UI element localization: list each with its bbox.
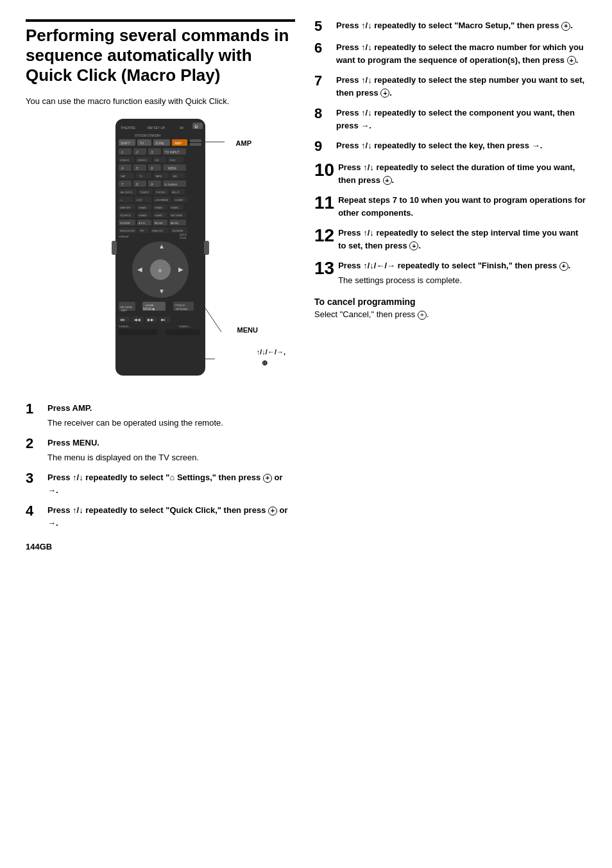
svg-text:HDMI2: HDMI2	[155, 206, 163, 209]
svg-text:NET-WRK: NET-WRK	[171, 214, 183, 217]
step-13-body: The settings process is complete.	[338, 274, 570, 287]
step-12-num: 12	[314, 227, 334, 252]
svg-text:▶: ▶	[178, 266, 183, 273]
cancel-heading: To cancel programming	[314, 297, 586, 307]
svg-text:A.F.D.: A.F.D.	[139, 221, 146, 225]
svg-text:TUNER: TUNER	[140, 191, 149, 194]
menu-label: MENU	[237, 326, 258, 334]
svg-text:.1: .1	[121, 150, 123, 154]
svg-text:MD: MD	[173, 175, 177, 178]
step-4: 4 Press ↑/↓ repeatedly to select "Quick …	[26, 504, 295, 529]
svg-text:-/--: -/--	[120, 198, 124, 202]
svg-text:PHONO: PHONO	[156, 191, 166, 194]
svg-text:MULTI: MULTI	[172, 191, 180, 194]
step-2-num: 2	[26, 437, 44, 464]
svg-text:TAPE: TAPE	[155, 175, 162, 178]
svg-text:.2: .2	[135, 150, 138, 154]
svg-text:HDMI3: HDMI3	[171, 206, 179, 209]
step-12: 12 Press ↑/↓ repeatedly to select the st…	[314, 227, 586, 252]
svg-text:RM SET UP: RM SET UP	[148, 126, 166, 130]
svg-text:QUICK: QUICK	[180, 234, 187, 236]
svg-text:AV: AV	[180, 126, 184, 130]
arrows-label: ↑/↓/←/→,⊕	[257, 347, 285, 368]
step-11-heading: Repeat steps 7 to 10 when you want to pr…	[338, 195, 586, 218]
step-2-heading: Press MENU.	[47, 438, 99, 447]
page-title: Performing several commands in sequence …	[26, 19, 295, 86]
cancel-body: Select "Cancel," then press +.	[314, 309, 586, 320]
step-8-num: 8	[314, 107, 332, 132]
step-7-heading: Press ↑/↓ repeatedly to select the step …	[336, 75, 584, 98]
step-4-heading: Press ↑/↓ repeatedly to select "Quick Cl…	[47, 505, 288, 528]
svg-text:SYSTEM STANDBY: SYSTEM STANDBY	[135, 134, 161, 137]
svg-text:HDMI5: HDMI5	[155, 214, 163, 217]
svg-text:OPTIONS: OPTIONS	[176, 308, 187, 311]
step-6-heading: Press ↑/↓ repeatedly to select the macro…	[336, 42, 584, 65]
svg-text:TUNING +: TUNING +	[178, 325, 191, 328]
svg-text:DVD: DVD	[170, 159, 176, 162]
step-5-heading: Press ↑/↓ repeatedly to select "Macro Se…	[336, 21, 573, 30]
step-10: 10 Press ↑/↓ repeatedly to select the du…	[314, 161, 586, 186]
svg-text:.9: .9	[150, 182, 153, 186]
svg-text:AMP: AMP	[174, 141, 182, 145]
svg-text:D.TUNING: D.TUNING	[165, 183, 177, 186]
svg-text:CLICK: CLICK	[180, 237, 187, 239]
svg-text:EXIT: EXIT	[121, 309, 127, 312]
svg-text:.8: .8	[135, 182, 138, 186]
remote-diagram: THEATRE RM SET UP AV ⏻ SYSTEM STANDBY SH…	[26, 119, 295, 390]
step-1: 1 Press AMP. The receiver can be operate…	[26, 402, 295, 429]
svg-rect-136	[166, 329, 200, 335]
svg-text:⏮: ⏮	[121, 318, 124, 322]
step-1-num: 1	[26, 402, 44, 429]
intro-text: You can use the macro function easily wi…	[26, 95, 295, 108]
svg-text:+ENT/MEM: +ENT/MEM	[155, 198, 168, 202]
svg-text:VIDEO1: VIDEO1	[120, 159, 130, 162]
svg-text:◀◀: ◀◀	[134, 318, 140, 322]
step-2-body: The menu is displayed on the TV screen.	[47, 451, 199, 464]
svg-text:SA-CD/CD: SA-CD/CD	[120, 191, 132, 194]
svg-text:TV: TV	[139, 175, 142, 178]
svg-text:-0/10: -0/10	[136, 198, 142, 202]
cancel-section: To cancel programming Select "Cancel," t…	[314, 297, 586, 320]
step-2: 2 Press MENU. The menu is displayed on t…	[26, 437, 295, 464]
step-10-num: 10	[314, 161, 334, 186]
svg-text:2CH/DIR: 2CH/DIR	[120, 221, 130, 225]
step-6: 6 Press ↑/↓ repeatedly to select the mac…	[314, 41, 586, 66]
svg-text:GUI MODE: GUI MODE	[172, 230, 183, 232]
amp-label: AMP	[236, 139, 251, 147]
step-9-heading: Press ↑/↓ repeatedly to select the key, …	[336, 141, 542, 150]
svg-text:MOVIE: MOVIE	[155, 221, 163, 225]
svg-text:.4: .4	[121, 166, 123, 170]
step-7-num: 7	[314, 74, 332, 99]
svg-text:⏭: ⏭	[161, 318, 165, 322]
svg-text:.5: .5	[135, 166, 138, 170]
step-5: 5 Press ↑/↓ repeatedly to select "Macro …	[314, 19, 586, 33]
svg-text:THEATRE: THEATRE	[121, 126, 136, 130]
step-13-heading: Press ↑/↓/←/→ repeatedly to select "Fini…	[338, 261, 570, 270]
svg-text:HDMI4: HDMI4	[139, 214, 147, 217]
svg-text:DMPORT: DMPORT	[120, 206, 132, 209]
svg-text:TV: TV	[140, 141, 144, 145]
svg-rect-108	[204, 241, 209, 255]
svg-text:WIDE: WIDE	[168, 166, 177, 170]
step-3: 3 Press ↑/↓ repeatedly to select "⌂ Sett…	[26, 471, 295, 496]
svg-text:⊕: ⊕	[158, 268, 162, 273]
svg-text:.6: .6	[150, 166, 153, 170]
svg-text:⏻: ⏻	[194, 125, 198, 128]
step-4-num: 4	[26, 504, 44, 529]
step-7: 7 Press ↑/↓ repeatedly to select the ste…	[314, 74, 586, 99]
step-13: 13 Press ↑/↓/←/→ repeatedly to select "F…	[314, 259, 586, 286]
step-9: 9 Press ↑/↓ repeatedly to select the key…	[314, 139, 586, 153]
svg-text:SOURCE: SOURCE	[120, 214, 131, 217]
step-8: 8 Press ↑/↓ repeatedly to select the com…	[314, 107, 586, 132]
svg-text:▼: ▼	[158, 288, 165, 295]
svg-text:MENU▶: MENU▶	[143, 307, 155, 311]
step-13-num: 13	[314, 259, 334, 286]
svg-rect-135	[119, 329, 157, 335]
svg-rect-42	[136, 173, 151, 178]
svg-text:.7: .7	[121, 182, 123, 186]
svg-text:◀: ◀	[137, 266, 142, 273]
step-3-num: 3	[26, 471, 44, 496]
step-10-heading: Press ↑/↓ repeatedly to select the durat…	[338, 162, 575, 185]
svg-text:RESOLUTION: RESOLUTION	[120, 230, 135, 232]
step-8-heading: Press ↑/↓ repeatedly to select the compo…	[336, 108, 575, 130]
